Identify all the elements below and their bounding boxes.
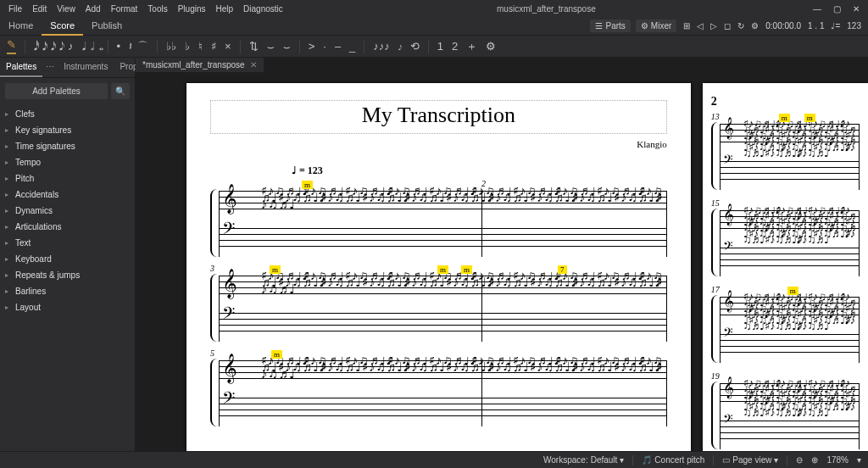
- menu-help[interactable]: Help: [211, 2, 239, 16]
- grand-staff-system[interactable]: 𝄞 𝄢 ♯♪♫♬♩𝅘𝅥𝅮♯♪♫♬♩♯♪♫♬♩𝅘𝅥𝅮♯♪♫♬♩♯♪♫♬♩𝅘𝅥𝅮♯♪…: [210, 355, 667, 432]
- staccato-icon[interactable]: ·: [323, 40, 326, 53]
- score-viewport[interactable]: *musicxml_after_transpose ✕ My Transcrip…: [136, 58, 868, 451]
- flat-icon[interactable]: ♭: [185, 40, 190, 53]
- music-notes[interactable]: ♯♪♫♬♩𝅘𝅥𝅮♯♪♫♬♩♯♪♫♬♩𝅘𝅥𝅮♯♪♫♬♩♯♪♫♬♩𝅘𝅥𝅮♯♪♫♬♩♯…: [743, 380, 858, 448]
- tenuto-icon[interactable]: –: [335, 40, 341, 53]
- close-icon[interactable]: ✕: [853, 4, 860, 14]
- document-tab[interactable]: *musicxml_after_transpose ✕: [136, 58, 264, 72]
- tab-home[interactable]: Home: [0, 17, 42, 36]
- voice-2-button[interactable]: 2: [452, 40, 458, 53]
- portato-icon[interactable]: _: [349, 40, 355, 53]
- music-notes[interactable]: ♯♪♫♬♩𝅘𝅥𝅮♯♪♫♬♩♯♪♫♬♩𝅘𝅥𝅮♯♪♫♬♩♯♪♫♬♩𝅘𝅥𝅮♯♪♫♬♩♯…: [261, 272, 664, 340]
- playback-layout-icon[interactable]: ⊞: [683, 21, 690, 31]
- toolbar-settings-icon[interactable]: ⚙: [486, 40, 496, 53]
- natural-icon[interactable]: ♮: [198, 40, 203, 53]
- concert-pitch-button[interactable]: 🎵 Concert pitch: [642, 455, 704, 465]
- grand-staff-system[interactable]: 17 𝄞 𝄢 ♯♪♫♬♩𝅘𝅥𝅮♯♪♫♬♩♯♪♫♬♩𝅘𝅥𝅮♯♪♫♬♩♯♪♫♬♩𝅘𝅥…: [711, 292, 860, 368]
- panel-tab-instruments[interactable]: Instruments: [58, 58, 114, 77]
- palette-pitch[interactable]: Pitch: [0, 170, 135, 187]
- music-notes[interactable]: ♯♪♫♬♩𝅘𝅥𝅮♯♪♫♬♩♯♪♫♬♩𝅘𝅥𝅮♯♪♫♬♩♯♪♫♬♩𝅘𝅥𝅮♯♪♫♬♩♯…: [743, 293, 858, 361]
- palette-clefs[interactable]: Clefs: [0, 106, 135, 122]
- tab-publish[interactable]: Publish: [83, 17, 131, 36]
- zoom-out-icon[interactable]: ⊖: [796, 455, 803, 465]
- accent-icon[interactable]: >: [309, 40, 315, 53]
- slur-icon[interactable]: ⌣: [267, 40, 275, 53]
- menu-format[interactable]: Format: [106, 2, 143, 16]
- grand-staff-system[interactable]: 13 𝄞 𝄢 ♯♪♫♬♩𝅘𝅥𝅮♯♪♫♬♩♯♪♫♬♩𝅘𝅥𝅮♯♪♫♬♩♯♪♫♬♩𝅘𝅥…: [711, 119, 860, 195]
- play-icon[interactable]: ▷: [710, 21, 717, 31]
- stop-icon[interactable]: ◻: [724, 21, 731, 31]
- tie-icon[interactable]: ⌒: [137, 39, 148, 54]
- add-tool-icon[interactable]: ＋: [466, 39, 477, 54]
- menu-file[interactable]: File: [3, 2, 27, 16]
- voice-1-button[interactable]: 1: [437, 40, 443, 53]
- flip-direction-icon[interactable]: ⇅: [249, 40, 259, 53]
- palette-key-signatures[interactable]: Key signatures: [0, 122, 135, 138]
- music-notes[interactable]: ♯♪♫♬♩𝅘𝅥𝅮♯♪♫♬♩♯♪♫♬♩𝅘𝅥𝅮♯♪♫♬♩♯♪♫♬♩𝅘𝅥𝅮♯♪♫♬♩♯…: [743, 207, 858, 275]
- palette-articulations[interactable]: Articulations: [0, 219, 135, 235]
- music-notes[interactable]: ♯♪♫♬♩𝅘𝅥𝅮♯♪♫♬♩♯♪♫♬♩𝅘𝅥𝅮♯♪♫♬♩♯♪♫♬♩𝅘𝅥𝅮♯♪♫♬♩♯…: [743, 120, 858, 188]
- tuplet-icon[interactable]: ♪♪♪: [373, 40, 390, 53]
- tab-score[interactable]: Score: [42, 17, 83, 36]
- sharp-icon[interactable]: ♯: [211, 40, 216, 53]
- highlight-annotation[interactable]: m: [787, 287, 798, 295]
- palette-text[interactable]: Text: [0, 235, 135, 251]
- rewind-icon[interactable]: ◁: [697, 21, 704, 31]
- score-composer[interactable]: Klangio: [637, 139, 666, 149]
- highlight-annotation[interactable]: m: [437, 265, 448, 274]
- palette-repeats-jumps[interactable]: Repeats & jumps: [0, 267, 135, 283]
- repeat-icon[interactable]: ⟲: [410, 40, 420, 53]
- score-page-1[interactable]: My Transcription Klangio ♩ = 123 𝄞 𝄢 ♯♪♫…: [186, 83, 691, 451]
- palette-accidentals[interactable]: Accidentals: [0, 187, 135, 203]
- duration-8th2-icon[interactable]: ♪: [68, 40, 74, 53]
- palette-keyboard[interactable]: Keyboard: [0, 251, 135, 267]
- page-view-selector[interactable]: ▭ Page view ▾: [722, 455, 778, 465]
- menu-view[interactable]: View: [52, 2, 81, 16]
- mixer-button[interactable]: ⚙ Mixer: [636, 20, 676, 32]
- parts-button[interactable]: ☰ Parts: [590, 20, 630, 32]
- note-input-mode-icon[interactable]: ✎: [7, 38, 16, 54]
- minimize-icon[interactable]: —: [813, 4, 821, 14]
- palette-time-signatures[interactable]: Time signatures: [0, 138, 135, 154]
- grand-staff-system[interactable]: 𝄞 𝄢 ♯♪♫♬♩𝅘𝅥𝅮♯♪♫♬♩♯♪♫♬♩𝅘𝅥𝅮♯♪♫♬♩♯♪♫♬♩𝅘𝅥𝅮♯♪…: [210, 186, 667, 262]
- chevron-down-icon[interactable]: ▾: [857, 455, 861, 465]
- double-sharp-icon[interactable]: ×: [225, 40, 231, 53]
- palette-barlines[interactable]: Barlines: [0, 283, 135, 299]
- double-flat-icon[interactable]: ♭♭: [166, 40, 176, 53]
- grand-staff-system[interactable]: 19 𝄞 𝄢 ♯♪♫♬♩𝅘𝅥𝅮♯♪♫♬♩♯♪♫♬♩𝅘𝅥𝅮♯♪♫♬♩♯♪♫♬♩𝅘𝅥…: [711, 378, 860, 451]
- highlight-annotation[interactable]: m: [804, 114, 815, 122]
- highlight-annotation[interactable]: m: [461, 265, 472, 274]
- zoom-in-icon[interactable]: ⊕: [811, 455, 818, 465]
- workspace-selector[interactable]: Workspace: Default ▾: [543, 455, 624, 465]
- highlight-annotation[interactable]: m: [271, 350, 282, 359]
- music-notes[interactable]: ♯♪♫♬♩𝅘𝅥𝅮♯♪♫♬♩♯♪♫♬♩𝅘𝅥𝅮♯♪♫♬♩♯♪♫♬♩𝅘𝅥𝅮♯♪♫♬♩♯…: [261, 187, 664, 255]
- score-title[interactable]: My Transcription: [210, 100, 667, 134]
- add-palettes-button[interactable]: Add Palettes: [5, 83, 108, 99]
- grand-staff-system[interactable]: 15 𝄞 𝄢 ♯♪♫♬♩𝅘𝅥𝅮♯♪♫♬♩♯♪♫♬♩𝅘𝅥𝅮♯♪♫♬♩♯♪♫♬♩𝅘𝅥…: [711, 205, 860, 281]
- highlight-annotation[interactable]: m: [302, 181, 313, 189]
- palette-tempo[interactable]: Tempo: [0, 154, 135, 170]
- menu-add[interactable]: Add: [81, 2, 106, 16]
- maximize-icon[interactable]: ▢: [833, 4, 841, 14]
- palette-layout[interactable]: Layout: [0, 299, 135, 315]
- tempo-marking[interactable]: ♩ = 123: [292, 164, 667, 177]
- menu-tools[interactable]: Tools: [142, 2, 172, 16]
- menu-diagnostic[interactable]: Diagnostic: [238, 2, 288, 16]
- menu-edit[interactable]: Edit: [27, 2, 52, 16]
- search-palettes-button[interactable]: 🔍: [111, 83, 130, 99]
- panel-tab-more-icon[interactable]: ⋯: [42, 58, 58, 77]
- highlight-annotation[interactable]: m: [270, 265, 281, 274]
- document-tab-close-icon[interactable]: ✕: [250, 60, 257, 70]
- menu-plugins[interactable]: Plugins: [173, 2, 211, 16]
- highlight-annotation[interactable]: m: [779, 114, 790, 122]
- highlight-annotation[interactable]: 7: [558, 265, 567, 274]
- loop-icon[interactable]: ↻: [737, 21, 744, 31]
- zoom-value[interactable]: 178%: [826, 455, 849, 465]
- palette-dynamics[interactable]: Dynamics: [0, 203, 135, 219]
- playback-settings-icon[interactable]: ⚙: [751, 21, 759, 31]
- playback-tempo[interactable]: 123: [847, 21, 861, 31]
- dot-icon[interactable]: •: [117, 40, 121, 53]
- panel-tab-palettes[interactable]: Palettes: [0, 58, 42, 77]
- marcato-icon[interactable]: ⌣: [283, 40, 291, 53]
- grand-staff-system[interactable]: 𝄞 𝄢 ♯♪♫♬♩𝅘𝅥𝅮♯♪♫♬♩♯♪♫♬♩𝅘𝅥𝅮♯♪♫♬♩♯♪♫♬♩𝅘𝅥𝅮♯♪…: [210, 270, 667, 347]
